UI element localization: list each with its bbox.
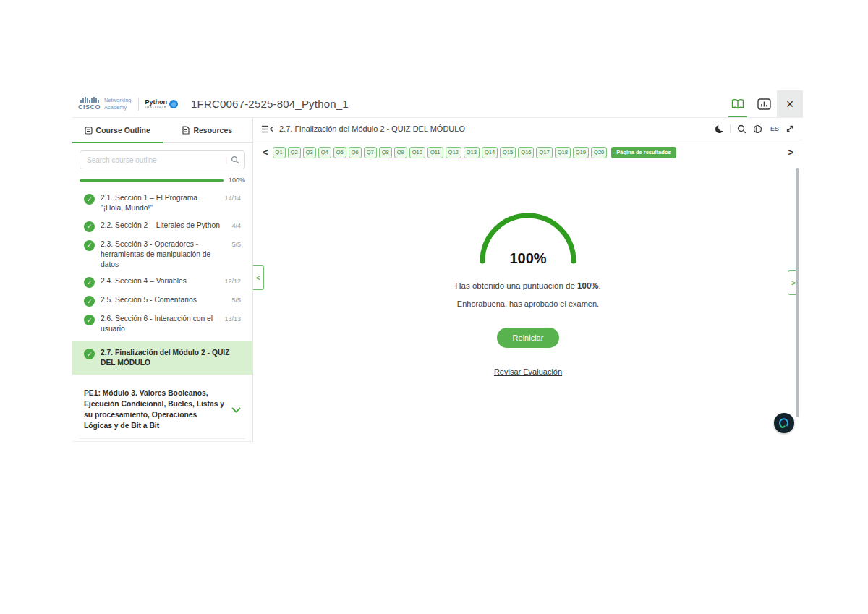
- check-icon: ✓: [84, 194, 95, 205]
- outline-item-label: 2.4. Sección 4 – Variables: [101, 276, 216, 286]
- outline-item[interactable]: ✓ 2.7. Finalización del Módulo 2 - QUIZ …: [72, 341, 252, 375]
- question-button[interactable]: Q4: [318, 147, 331, 158]
- restart-button[interactable]: Reiniciar: [497, 328, 560, 348]
- cisco-networking-academy-logo: CISCO Networking Academy: [78, 97, 132, 111]
- check-icon: ✓: [84, 296, 95, 307]
- review-evaluation-link[interactable]: Revisar Evaluación: [494, 367, 562, 376]
- webex-chat-button[interactable]: [774, 413, 794, 433]
- outline-item-label: 2.2. Sección 2 – Literales de Python: [101, 221, 223, 231]
- quiz-question-nav: < Q1 Q2 Q3 Q4 Q5 Q6 Q7 Q8 Q9 Q10 Q11 Q12…: [253, 140, 803, 163]
- document-icon: [182, 126, 190, 135]
- translate-icon[interactable]: [753, 124, 763, 134]
- question-button[interactable]: Q18: [555, 147, 571, 158]
- congrats-text: Enhorabuena, has aprobado el examen.: [457, 299, 599, 308]
- question-button[interactable]: Q3: [303, 147, 316, 158]
- search-divider: |: [225, 155, 227, 164]
- course-player-window: CISCO Networking Academy Python INSTITUT…: [72, 90, 803, 442]
- course-outline-sidebar: Course Outline Resources | 100%: [72, 118, 253, 442]
- question-button[interactable]: Q6: [349, 147, 362, 158]
- question-button[interactable]: Q2: [288, 147, 301, 158]
- quiz-results-body: 100% Has obtenido una puntuación de 100%…: [253, 163, 803, 443]
- cisco-wordmark: CISCO: [78, 103, 101, 111]
- bar-chart-icon: [757, 98, 771, 110]
- outline-item[interactable]: ✓ 2.4. Sección 4 – Variables 12/12: [80, 273, 245, 291]
- outline-item-list: ✓ 2.1. Sección 1 – El Programa "¡Hola, M…: [80, 189, 245, 375]
- question-button[interactable]: Q12: [446, 147, 461, 158]
- question-button[interactable]: Q13: [464, 147, 480, 158]
- score-text: Has obtenido una puntuación de 100%.: [455, 281, 600, 290]
- question-button-list: Q1 Q2 Q3 Q4 Q5 Q6 Q7 Q8 Q9 Q10 Q11 Q12 Q…: [273, 147, 608, 158]
- outline-item[interactable]: ✓ 2.5. Sección 5 - Comentarios 5/5: [80, 291, 245, 310]
- question-button[interactable]: Q7: [364, 147, 377, 158]
- tab-label: Resources: [193, 126, 232, 135]
- course-progress: 100%: [80, 176, 245, 184]
- score-gauge: 100%: [474, 205, 582, 264]
- tab-resources[interactable]: Resources: [163, 118, 253, 142]
- question-button[interactable]: Q16: [518, 147, 534, 158]
- question-button[interactable]: Q20: [591, 147, 607, 158]
- content-scrollbar[interactable]: [796, 168, 799, 417]
- quiz-nav-prev-icon[interactable]: <: [260, 147, 271, 158]
- python-institute-logo: Python INSTITUTE: [145, 99, 179, 108]
- module-label: PE1: Módulo 3. Valores Booleanos, Ejecuc…: [84, 388, 226, 432]
- previous-page-button[interactable]: <: [253, 265, 264, 290]
- question-button[interactable]: Q19: [573, 147, 589, 158]
- open-book-icon: [731, 98, 745, 110]
- python-institute-circle-icon: [169, 100, 178, 108]
- reader-view-button[interactable]: [725, 90, 751, 117]
- question-button[interactable]: Q14: [482, 147, 498, 158]
- module-header[interactable]: PE1: Módulo 3. Valores Booleanos, Ejecuc…: [80, 382, 245, 438]
- collapse-outline-icon[interactable]: [262, 125, 273, 133]
- question-button[interactable]: Q5: [333, 147, 346, 158]
- outline-item-label: 2.1. Sección 1 – El Programa "¡Hola, Mun…: [101, 193, 216, 213]
- language-label[interactable]: ES: [770, 125, 779, 132]
- quiz-nav-next-icon[interactable]: >: [786, 147, 796, 158]
- outline-item-label: 2.7. Finalización del Módulo 2 - QUIZ DE…: [101, 348, 232, 368]
- outline-item[interactable]: ✓ 2.1. Sección 1 – El Programa "¡Hola, M…: [80, 189, 245, 217]
- tab-label: Course Outline: [96, 126, 150, 135]
- networking-academy-label: Networking Academy: [104, 97, 132, 111]
- outline-item[interactable]: ✓ 2.6. Sección 6 - Interacción con el us…: [80, 310, 245, 338]
- question-button[interactable]: Q10: [409, 147, 425, 158]
- question-button[interactable]: Q17: [536, 147, 552, 158]
- analytics-button[interactable]: [751, 90, 777, 117]
- tools-divider: [730, 124, 731, 133]
- tab-course-outline[interactable]: Course Outline: [72, 118, 163, 142]
- close-button[interactable]: ×: [777, 90, 803, 117]
- lesson-header: 2.7. Finalización del Módulo 2 - QUIZ DE…: [253, 118, 803, 140]
- cisco-logo-mark: CISCO: [78, 97, 101, 111]
- course-outline-icon: [85, 127, 93, 135]
- dark-mode-moon-icon[interactable]: [715, 125, 723, 133]
- module-list: PE1: Módulo 3. Valores Booleanos, Ejecuc…: [80, 382, 245, 442]
- outline-item[interactable]: ✓ 2.2. Sección 2 – Literales de Python 4…: [80, 217, 245, 236]
- outline-item-label: 2.3. Sección 3 - Operadores - herramient…: [101, 239, 223, 270]
- question-button[interactable]: Q11: [427, 147, 443, 158]
- question-button[interactable]: Q9: [394, 147, 407, 158]
- check-icon: ✓: [84, 349, 95, 359]
- outline-item-label: 2.5. Sección 5 - Comentarios: [101, 295, 223, 305]
- outline-item[interactable]: ✓ 2.3. Sección 3 - Operadores - herramie…: [80, 236, 245, 273]
- header-divider: [138, 98, 139, 111]
- outline-item-count: 4/4: [231, 222, 241, 229]
- check-icon: ✓: [84, 315, 95, 325]
- lesson-content-pane: 2.7. Finalización del Módulo 2 - QUIZ DE…: [253, 118, 803, 442]
- module-header[interactable]: PE1: Módulo 4. Funciones, Tuplas, Diccio…: [80, 438, 245, 442]
- chevron-down-icon: [231, 407, 241, 413]
- lesson-title: 2.7. Finalización del Módulo 2 - QUIZ DE…: [279, 124, 465, 133]
- outline-item-count: 5/5: [231, 241, 241, 248]
- outline-item-count: 12/12: [224, 278, 241, 285]
- course-title: 1FRC0067-2525-804_Python_1: [191, 98, 349, 110]
- results-page-badge[interactable]: Página de resultados: [611, 147, 676, 158]
- question-button[interactable]: Q1: [273, 147, 286, 158]
- search-icon[interactable]: [231, 155, 239, 164]
- progress-bar: [80, 179, 224, 182]
- search-input[interactable]: [85, 155, 222, 165]
- content-search-icon[interactable]: [737, 124, 746, 134]
- check-icon: ✓: [84, 221, 95, 232]
- question-button[interactable]: Q8: [379, 147, 392, 158]
- outline-item-count: 5/5: [231, 297, 241, 304]
- close-icon: ×: [786, 98, 794, 111]
- question-button[interactable]: Q15: [500, 147, 516, 158]
- progress-fill: [80, 179, 224, 182]
- fullscreen-icon[interactable]: [786, 124, 794, 133]
